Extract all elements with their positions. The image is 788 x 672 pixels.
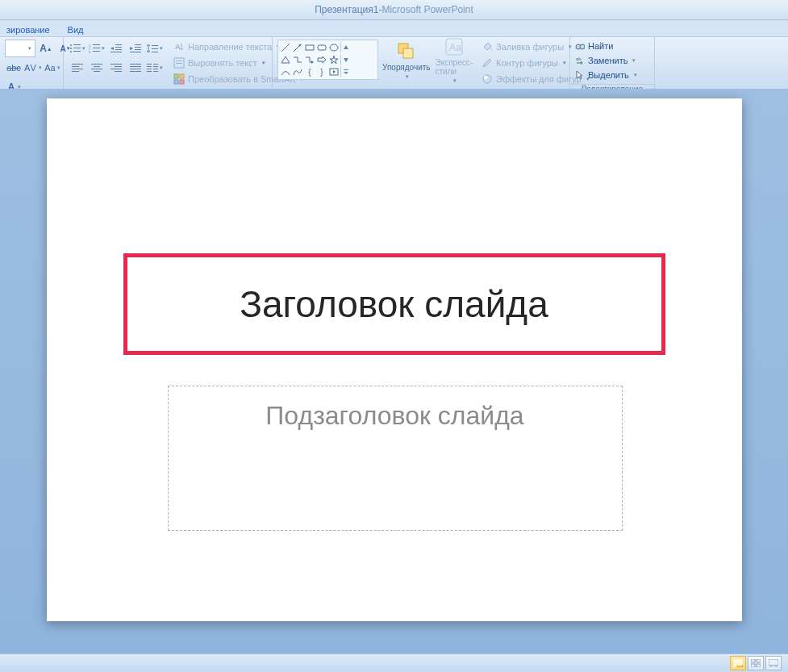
svg-rect-24 [152,52,158,52]
shapes-gallery[interactable]: { } [280,42,376,77]
shape-arrow-icon[interactable] [292,42,303,53]
group-drawing: { } Упорядочить▾ Аа Экспресс-стили▾ [273,37,570,90]
shape-ellipse-icon[interactable] [328,42,340,53]
svg-point-78 [484,76,487,79]
svg-rect-32 [94,71,100,72]
svg-rect-39 [130,69,141,69]
svg-line-58 [294,45,300,52]
svg-rect-37 [130,64,141,65]
strikethrough-button[interactable]: abc [5,59,23,77]
shapes-down-icon[interactable] [340,54,352,65]
svg-rect-85 [736,659,743,665]
svg-rect-54 [180,74,184,78]
svg-rect-1 [73,44,81,45]
align-right-button[interactable] [107,59,125,77]
svg-rect-53 [174,74,178,78]
char-spacing-button[interactable]: AV▾ [24,59,42,77]
shape-roundrect-icon[interactable] [316,42,327,53]
arrange-icon [397,42,416,61]
svg-rect-56 [180,80,184,84]
svg-rect-7 [93,44,100,45]
sorter-view-button[interactable] [748,656,764,670]
svg-text:ab: ab [576,56,582,61]
numbering-button[interactable]: 123▾ [88,40,106,57]
shape-rbrace-icon[interactable]: } [316,66,327,77]
shape-rect-icon[interactable] [304,42,315,53]
text-direction-icon: A [173,41,185,52]
svg-rect-46 [153,69,158,69]
slideshow-view-button[interactable] [765,656,782,670]
svg-marker-64 [281,56,290,63]
quick-styles-button[interactable]: Аа Экспресс-стили▾ [435,40,474,81]
normal-view-icon [733,659,743,667]
svg-rect-22 [152,45,158,46]
slide[interactable]: Заголовок слайда Подзаголовок слайда [47,98,742,621]
tab-formatting[interactable]: зирование [3,23,53,36]
cursor-icon [575,70,585,80]
shape-line-icon[interactable] [280,42,291,53]
select-button[interactable]: Выделить▾ [575,69,637,81]
slide-canvas[interactable]: Заголовок слайда Подзаголовок слайда [0,89,788,654]
svg-text:Аа: Аа [449,42,461,53]
shape-arrow-right-icon[interactable] [316,54,327,65]
smartart-icon [173,73,185,85]
svg-rect-18 [135,44,141,45]
font-size-combo[interactable]: ▾ [5,40,35,57]
decrease-indent-button[interactable] [107,40,125,57]
svg-rect-33 [110,64,122,65]
svg-rect-38 [130,66,141,67]
svg-point-77 [483,75,491,83]
svg-point-0 [70,44,72,46]
shape-freeform-icon[interactable] [292,66,303,77]
subtitle-placeholder[interactable]: Подзаголовок слайда [168,386,623,531]
group-font: ▾ A▲ A▼ abc AV▾ Aa▾ A▾ ↘ [0,37,64,90]
svg-rect-16 [110,52,122,52]
shape-elbow-arrow-icon[interactable] [304,54,315,65]
shape-triangle-icon[interactable] [280,54,291,65]
svg-rect-88 [751,664,755,667]
svg-rect-84 [733,659,736,667]
replace-button[interactable]: ab Заменить▾ [575,54,637,67]
bucket-icon [482,41,493,52]
svg-point-80 [580,44,585,49]
shape-star-icon[interactable] [328,54,340,65]
change-case-button[interactable]: Aa▾ [44,59,61,77]
svg-rect-30 [94,66,100,67]
shape-curve-icon[interactable] [280,66,291,77]
svg-rect-87 [757,659,761,662]
shapes-more-icon[interactable] [340,66,352,77]
svg-rect-42 [153,64,158,65]
align-left-button[interactable] [69,59,86,77]
shape-lbrace-icon[interactable]: { [304,66,315,77]
line-spacing-button[interactable]: ▾ [146,40,164,57]
title-text: Заголовок слайда [240,282,548,326]
group-editing: Найти ab Заменить▾ Выделить▾ Редактирова… [570,37,655,90]
normal-view-button[interactable] [730,656,746,670]
justify-button[interactable] [127,59,144,77]
arrange-button[interactable]: Упорядочить▾ [381,40,432,81]
svg-marker-66 [330,56,338,64]
shape-elbow-icon[interactable] [292,54,303,65]
align-center-button[interactable] [88,59,106,77]
svg-marker-69 [333,70,336,73]
svg-rect-35 [110,69,122,69]
find-button[interactable]: Найти [575,40,637,52]
columns-button[interactable]: ▾ [146,59,164,77]
svg-rect-27 [72,69,83,69]
shapes-up-icon[interactable] [340,42,352,53]
shape-action-icon[interactable] [328,66,340,77]
title-placeholder[interactable]: Заголовок слайда [123,253,665,355]
svg-rect-9 [93,48,100,48]
svg-rect-47 [147,71,152,72]
svg-rect-89 [757,664,761,667]
svg-rect-20 [135,49,141,50]
svg-line-57 [281,44,290,52]
svg-rect-90 [769,659,778,666]
increase-indent-button[interactable] [127,40,144,57]
tab-view[interactable]: Вид [65,23,87,36]
ribbon: ▾ A▲ A▼ abc AV▾ Aa▾ A▾ ↘ [0,36,788,91]
svg-rect-3 [73,48,81,48]
grow-font-button[interactable]: A▲ [37,40,55,57]
svg-rect-86 [751,659,755,662]
bullets-button[interactable]: ▾ [69,40,86,57]
